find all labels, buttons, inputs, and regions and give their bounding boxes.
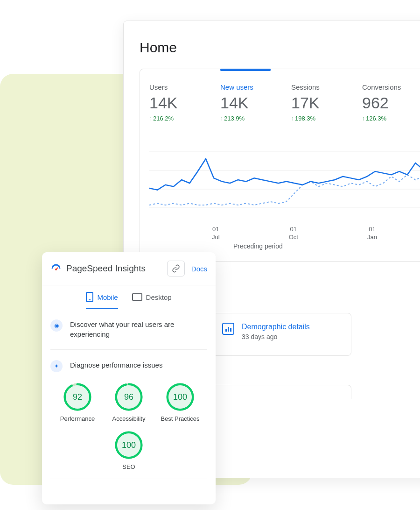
card-subtitle: 33 days ago xyxy=(242,333,310,340)
gauge-label: SEO xyxy=(122,463,135,470)
tab-desktop[interactable]: Desktop xyxy=(132,292,172,309)
gauge-best-practices[interactable]: 100 Best Practices xyxy=(160,382,200,422)
metric-label: New users xyxy=(220,83,291,91)
metric-change: 198.3% xyxy=(291,115,362,122)
psi-title: PageSpeed Insights xyxy=(66,263,146,274)
metric-value: 14K xyxy=(220,94,291,112)
gauge-label: Performance xyxy=(60,415,95,422)
gauge-value: 100 xyxy=(117,433,140,457)
metric-label: Sessions xyxy=(291,83,362,91)
desktop-icon xyxy=(132,293,142,301)
metric-change: 213.9% xyxy=(220,115,291,122)
discover-text: Discover what your real users are experi… xyxy=(70,319,207,339)
gauge-label: Accessibility xyxy=(112,415,146,422)
chart-area: 01Jul 01Oct 01Jan xyxy=(140,138,420,236)
metrics-row: Users 14K 216.2% New users 14K 213.9% Se… xyxy=(140,80,420,122)
metric-users[interactable]: Users 14K 216.2% xyxy=(149,80,220,122)
metric-value: 962 xyxy=(362,94,420,112)
docs-link[interactable]: Docs xyxy=(191,265,207,273)
tab-mobile-label: Mobile xyxy=(97,293,118,301)
metric-value: 17K xyxy=(291,94,362,112)
gauge-label: Best Practices xyxy=(161,415,199,422)
diagnose-text: Diagnose performance issues xyxy=(70,360,162,370)
svg-rect-4 xyxy=(225,329,227,332)
metric-sessions[interactable]: Sessions 17K 198.3% xyxy=(291,80,362,122)
metric-label: Conversions xyxy=(362,83,420,91)
copy-link-button[interactable] xyxy=(167,261,185,276)
pagespeed-logo-icon xyxy=(50,263,62,274)
svg-rect-6 xyxy=(230,328,231,332)
gauge-value: 92 xyxy=(66,385,89,409)
psi-device-tabs: Mobile Desktop xyxy=(42,285,216,309)
pagespeed-panel: PageSpeed Insights Docs Mobile Desktop ◉… xyxy=(42,252,216,504)
diagnose-section: ✦ Diagnose performance issues xyxy=(50,360,207,372)
tab-desktop-label: Desktop xyxy=(146,293,172,301)
metric-label: Users xyxy=(149,83,220,91)
lab-data-icon: ✦ xyxy=(50,360,63,372)
bar-chart-icon xyxy=(222,323,234,335)
gauge-seo[interactable]: 100 SEO xyxy=(109,431,149,470)
metric-change: 216.2% xyxy=(149,115,220,122)
active-metric-indicator xyxy=(220,69,271,71)
metric-value: 14K xyxy=(149,94,220,112)
lighthouse-gauges: 92 Performance 96 Accessibility 100 Best… xyxy=(42,372,216,470)
page-title: Home xyxy=(140,40,420,56)
stub-card-2[interactable] xyxy=(211,385,351,399)
suggestion-card-demographic[interactable]: Demographic details 33 days ago xyxy=(211,313,351,356)
divider xyxy=(50,479,207,479)
metrics-card: Users 14K 216.2% New users 14K 213.9% Se… xyxy=(140,69,420,262)
svg-rect-5 xyxy=(228,327,229,332)
gauge-performance[interactable]: 92 Performance xyxy=(57,382,98,422)
metric-new-users[interactable]: New users 14K 213.9% xyxy=(220,80,291,122)
gauge-value: 96 xyxy=(117,385,140,409)
gauge-accessibility[interactable]: 96 Accessibility xyxy=(109,382,149,422)
x-axis-labels: 01Jul 01Oct 01Jan xyxy=(149,226,420,241)
card-title: Demographic details xyxy=(242,323,310,331)
tab-mobile[interactable]: Mobile xyxy=(86,292,118,309)
link-icon xyxy=(172,264,180,273)
line-chart xyxy=(149,138,420,222)
svg-line-8 xyxy=(56,268,58,269)
mobile-icon xyxy=(86,292,93,302)
gauge-value: 100 xyxy=(168,385,192,409)
psi-header: PageSpeed Insights Docs xyxy=(42,252,216,285)
field-data-icon: ◉ xyxy=(50,319,63,332)
discover-section: ◉ Discover what your real users are expe… xyxy=(50,319,207,339)
metric-conversions[interactable]: Conversions 962 126.3% xyxy=(362,80,420,122)
metric-change: 126.3% xyxy=(362,115,420,122)
